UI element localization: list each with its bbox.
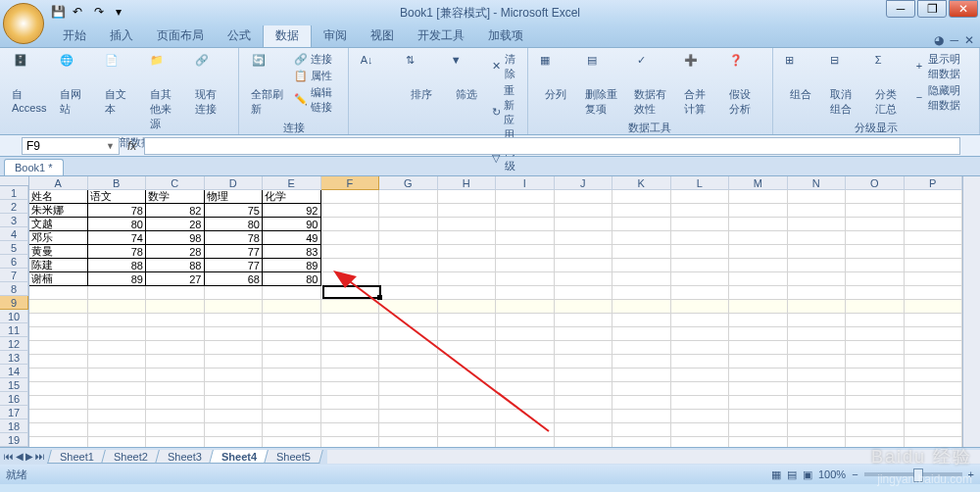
from-web-button[interactable]: 🌐自网站 xyxy=(56,52,95,119)
cell[interactable] xyxy=(555,437,613,447)
help-icon[interactable]: ◕ xyxy=(934,33,944,47)
undo-icon[interactable]: ↶ xyxy=(73,5,88,21)
cell[interactable]: 77 xyxy=(205,245,264,259)
cell[interactable] xyxy=(321,190,380,204)
tab-home[interactable]: 开始 xyxy=(51,25,98,47)
row-header[interactable]: 15 xyxy=(0,378,28,392)
cell[interactable] xyxy=(438,437,497,447)
cell[interactable] xyxy=(88,410,147,423)
cell[interactable] xyxy=(846,341,905,355)
cell[interactable] xyxy=(788,327,847,341)
cell[interactable] xyxy=(729,259,788,272)
redo-icon[interactable]: ↷ xyxy=(94,5,110,21)
cell[interactable] xyxy=(146,314,205,327)
cell[interactable] xyxy=(729,190,788,204)
sheet-tab-3[interactable]: Sheet3 xyxy=(155,450,215,464)
cell[interactable] xyxy=(29,327,88,341)
cell[interactable] xyxy=(555,190,613,204)
cell[interactable] xyxy=(379,204,438,218)
cell[interactable] xyxy=(788,190,847,204)
cell[interactable] xyxy=(729,218,788,231)
cell[interactable] xyxy=(612,204,671,218)
clear-button[interactable]: ✕清除 xyxy=(492,52,519,81)
cell[interactable]: 黄曼 xyxy=(29,245,88,259)
cell[interactable] xyxy=(205,382,264,396)
cell[interactable] xyxy=(438,341,497,355)
cell[interactable] xyxy=(438,327,497,341)
cell[interactable]: 陈建 xyxy=(29,259,88,272)
data-validation-button[interactable]: ✓数据有效性 xyxy=(630,52,674,119)
cell[interactable] xyxy=(788,286,847,300)
cell[interactable] xyxy=(88,355,147,369)
tab-review[interactable]: 审阅 xyxy=(312,25,359,47)
row-header[interactable]: 14 xyxy=(0,365,28,378)
cell[interactable] xyxy=(788,423,847,437)
cell[interactable] xyxy=(496,423,555,437)
cell[interactable] xyxy=(321,396,380,410)
column-header[interactable]: O xyxy=(846,176,905,190)
cell[interactable] xyxy=(788,410,847,423)
cell[interactable]: 27 xyxy=(146,272,205,286)
cell[interactable] xyxy=(905,423,963,437)
cell[interactable] xyxy=(671,300,730,314)
cell[interactable] xyxy=(88,314,147,327)
cell[interactable] xyxy=(29,355,88,369)
cell[interactable]: 89 xyxy=(263,259,321,272)
nav-first-icon[interactable]: ⏮ xyxy=(4,451,14,462)
cell[interactable] xyxy=(788,369,847,382)
cell[interactable] xyxy=(88,327,147,341)
cell[interactable] xyxy=(321,218,380,231)
cell[interactable] xyxy=(205,314,264,327)
cell[interactable] xyxy=(496,437,555,447)
ungroup-button[interactable]: ⊟取消组合 xyxy=(826,52,865,119)
cell[interactable] xyxy=(146,286,205,300)
cell[interactable] xyxy=(88,341,147,355)
cell[interactable] xyxy=(905,300,963,314)
column-header[interactable]: L xyxy=(671,176,730,190)
cell[interactable] xyxy=(671,341,730,355)
row-header[interactable]: 4 xyxy=(0,227,28,241)
cell[interactable] xyxy=(379,410,438,423)
cell[interactable] xyxy=(29,300,88,314)
row-header[interactable]: 7 xyxy=(0,269,28,282)
tab-data[interactable]: 数据 xyxy=(263,24,312,47)
cell[interactable] xyxy=(555,259,613,272)
cell[interactable] xyxy=(496,231,555,245)
cell[interactable] xyxy=(846,327,905,341)
cell[interactable] xyxy=(846,423,905,437)
cell[interactable] xyxy=(905,437,963,447)
cell[interactable] xyxy=(438,218,497,231)
cell[interactable] xyxy=(438,382,497,396)
cell[interactable] xyxy=(905,314,963,327)
row-header[interactable]: 9 xyxy=(0,296,28,310)
cell[interactable] xyxy=(321,355,380,369)
cell[interactable] xyxy=(496,286,555,300)
cell[interactable] xyxy=(612,396,671,410)
cell[interactable] xyxy=(788,272,847,286)
cell[interactable] xyxy=(846,300,905,314)
cell[interactable] xyxy=(788,259,847,272)
cell[interactable]: 78 xyxy=(88,245,147,259)
cell[interactable] xyxy=(612,218,671,231)
cell[interactable] xyxy=(905,190,963,204)
cell[interactable] xyxy=(438,190,497,204)
cell[interactable] xyxy=(671,272,730,286)
cell[interactable] xyxy=(205,355,264,369)
zoom-out-icon[interactable]: − xyxy=(852,468,858,480)
cell[interactable] xyxy=(321,437,380,447)
cell[interactable] xyxy=(788,300,847,314)
cell[interactable]: 90 xyxy=(263,218,321,231)
cell[interactable] xyxy=(729,396,788,410)
cell[interactable] xyxy=(496,369,555,382)
sheet-tab-2[interactable]: Sheet2 xyxy=(101,450,161,464)
horizontal-scrollbar[interactable] xyxy=(327,450,980,464)
cell[interactable]: 80 xyxy=(88,218,147,231)
tab-view[interactable]: 视图 xyxy=(359,25,406,47)
cell[interactable] xyxy=(146,437,205,447)
cell[interactable] xyxy=(263,314,321,327)
cell[interactable]: 邓乐 xyxy=(29,231,88,245)
cell[interactable]: 数学 xyxy=(146,190,205,204)
cell[interactable] xyxy=(263,423,321,437)
cell[interactable] xyxy=(905,382,963,396)
cell[interactable] xyxy=(88,369,147,382)
